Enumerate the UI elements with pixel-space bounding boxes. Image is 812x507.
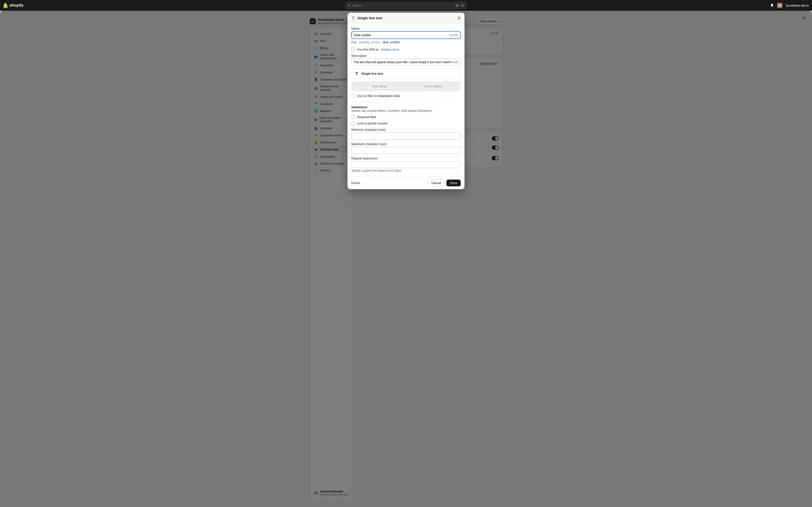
seg-list-values[interactable]: List of values xyxy=(406,82,460,91)
key-prefix: quantity_breaks. xyxy=(359,40,381,44)
display-name-link[interactable]: display name xyxy=(381,48,399,51)
dialog-footer: Delete Cancel Done xyxy=(348,176,464,189)
min-count-label: Minimum character count xyxy=(351,128,461,131)
check-filter-label: Use as filter in metaobject index xyxy=(357,94,400,98)
max-count-label: Maximum character count xyxy=(351,142,461,146)
description-input-value[interactable] xyxy=(354,60,450,64)
max-count-input[interactable] xyxy=(351,147,461,154)
min-count-input[interactable] xyxy=(351,132,461,139)
topbar-store-name[interactable]: bundlebee-demo xyxy=(786,4,809,7)
key-line: Key: quantity_breaks.deal_subtitle xyxy=(351,40,461,44)
dialog-close-button[interactable] xyxy=(457,16,461,20)
dialog-header: Single line text xyxy=(348,13,464,23)
shopify-wordmark: shopify xyxy=(9,3,23,8)
filter-checkbox-row[interactable]: Use as filter in metaobject index xyxy=(351,94,461,98)
search-placeholder: Search xyxy=(353,4,455,7)
description-input[interactable]: 99/100 xyxy=(351,58,461,66)
dialog-body: Name 13/255 Key: quantity_breaks.deal_su… xyxy=(348,23,464,176)
type-card[interactable]: Single line text xyxy=(351,68,461,78)
global-search[interactable]: Search ⌘ K xyxy=(345,2,467,9)
validations-title: Validations xyxy=(351,105,461,109)
check-preset-label: Limit to preset choices xyxy=(357,122,388,125)
name-label: Name xyxy=(351,27,461,30)
text-type-icon xyxy=(355,72,359,75)
validations-sub: Values can contain letters, numbers, and… xyxy=(351,109,461,112)
checkbox[interactable] xyxy=(351,94,355,98)
checkbox[interactable] xyxy=(351,122,355,125)
kbd-mod: ⌘ xyxy=(455,4,460,7)
done-button[interactable]: Done xyxy=(446,180,461,186)
bell-icon[interactable] xyxy=(770,3,774,7)
page-surface: bd bundlebee-demo bundlebee-demo.myshopi… xyxy=(0,11,812,507)
name-input-value[interactable] xyxy=(354,33,449,37)
value-mode-segmented[interactable]: One value List of values xyxy=(351,81,461,91)
shopify-logo[interactable]: shopify xyxy=(3,3,23,8)
cancel-button[interactable]: Cancel xyxy=(428,180,444,186)
search-shortcut: ⌘ K xyxy=(455,4,464,7)
delete-button[interactable]: Delete xyxy=(351,181,360,185)
topbar-right: bun bundlebee-demo xyxy=(770,3,809,8)
dialog-title: Single line text xyxy=(357,16,382,20)
regex-helper: Specify a pattern the values must match. xyxy=(351,169,461,172)
search-icon xyxy=(348,4,351,7)
modal-scrim[interactable]: Single line text Name 13/255 Key: quanti… xyxy=(0,11,812,507)
avatar[interactable]: bun xyxy=(777,3,782,8)
key-suffix: deal_subtitle xyxy=(383,40,400,44)
required-checkbox-row[interactable]: Required field xyxy=(351,115,461,119)
kbd-key: K xyxy=(460,4,464,7)
regex-input[interactable] xyxy=(351,161,461,168)
svg-line-1 xyxy=(350,6,351,7)
topbar: shopify Search ⌘ K bun bundlebee-demo xyxy=(0,0,812,11)
check-label-prefix: Use this field as xyxy=(357,48,379,51)
display-name-checkbox-row[interactable]: Use this field as display name xyxy=(351,48,461,51)
check-required-label: Required field xyxy=(357,115,376,119)
name-char-count: 13/255 xyxy=(449,34,458,37)
checkbox[interactable] xyxy=(351,48,355,51)
divider xyxy=(351,101,461,102)
description-label: Description xyxy=(351,54,461,58)
text-type-icon xyxy=(351,16,355,20)
svg-point-0 xyxy=(348,4,350,6)
seg-one-value[interactable]: One value xyxy=(352,82,406,91)
field-edit-dialog: Single line text Name 13/255 Key: quanti… xyxy=(348,13,464,189)
shopify-bag-icon xyxy=(3,3,8,8)
name-input[interactable]: 13/255 xyxy=(351,31,461,39)
regex-label: Regular expression xyxy=(351,157,461,160)
checkbox[interactable] xyxy=(351,115,355,119)
key-label: Key: xyxy=(351,40,357,44)
preset-checkbox-row[interactable]: Limit to preset choices xyxy=(351,122,461,125)
type-card-label: Single line text xyxy=(361,72,383,75)
description-char-count: 99/100 xyxy=(450,61,458,64)
